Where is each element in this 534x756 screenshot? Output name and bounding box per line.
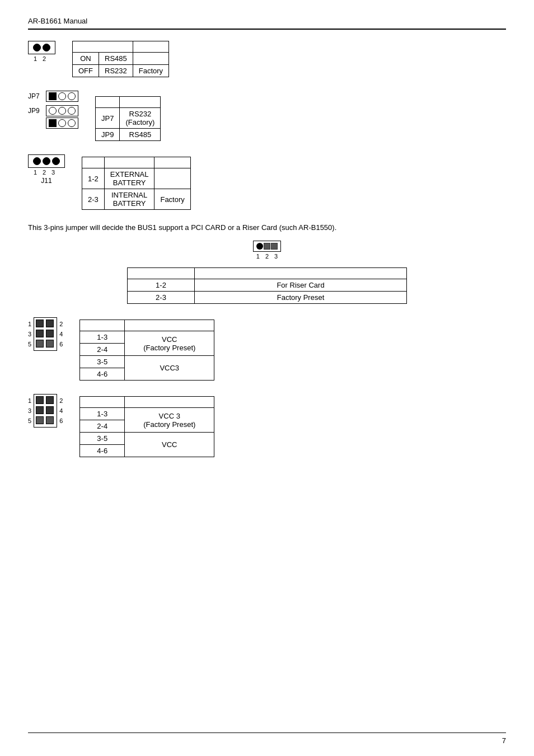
bus-pin-dot <box>256 243 263 250</box>
jp7-jp9-diagram: JP7 JP9 <box>28 91 78 129</box>
pin-filled-1 <box>33 44 41 51</box>
bus-table-center: 1-2 For Riser Card 2-3 Factory Preset <box>28 267 506 304</box>
j11-pin-labels: 1 2 3 <box>28 168 65 177</box>
battery-header <box>82 157 191 168</box>
table-row-off: OFF RS232 Factory <box>73 65 169 77</box>
vcc1-label-6: 6 <box>59 341 63 348</box>
internal-battery-row: 2-3 INTERNALBATTERY Factory <box>82 189 191 210</box>
section-bus: This 3-pins jumper will decide the BUS1 … <box>28 223 506 304</box>
rs485-on-extra <box>133 53 168 65</box>
vcc2-pin-3 <box>36 406 44 414</box>
vcc2-pin-6 <box>46 416 54 424</box>
vcc2-left-labels: 1 3 5 <box>28 397 31 424</box>
jp9-pin-b2 <box>58 119 66 127</box>
bus-pin-label-1: 1 <box>256 253 260 260</box>
bus-row-2-3: 2-3 Factory Preset <box>128 292 407 304</box>
vcc2-pin-5 <box>36 416 44 424</box>
vcc1-pin-5 <box>36 340 44 348</box>
jp9-pin-3 <box>68 107 76 115</box>
vcc1-header <box>80 320 214 331</box>
j11-pin-3 <box>52 157 60 165</box>
vcc2-right-labels: 2 4 6 <box>59 397 63 424</box>
vcc1-pins-1-3: 1-3 <box>80 331 125 344</box>
rs485-pin-labels: 1 2 <box>28 54 55 63</box>
ext-bat-factory <box>154 168 190 189</box>
bus-pins-1-2: 1-2 <box>128 279 195 292</box>
pin-filled-2 <box>43 44 50 51</box>
bus-pin-sq-2 <box>271 243 278 250</box>
section-vcc1: 1 3 5 2 4 6 <box>28 317 506 381</box>
jp7-row: JP7 <box>28 91 78 102</box>
header-title: AR-B1661 Manual <box>28 17 87 25</box>
vcc2-label-5: 5 <box>28 417 31 424</box>
jp9-pin-b1 <box>49 119 57 127</box>
jp7-label: JP7 <box>28 92 44 100</box>
vcc1-pin-2 <box>46 320 54 327</box>
section-vcc2: 1 3 5 2 4 6 <box>28 394 506 457</box>
vcc2-label-4: 4 <box>59 407 63 414</box>
vcc2-pin-2 <box>46 396 54 404</box>
bus-visual: 1 2 3 <box>253 241 281 260</box>
vcc1-label-5: 5 <box>28 341 31 348</box>
int-bat-pins: 2-3 <box>82 189 105 210</box>
jp7-value: RS232(Factory) <box>120 108 161 129</box>
table-header-row <box>96 97 161 108</box>
vcc2-label-1: 1 <box>28 397 31 404</box>
rs485-off-value: RS232 <box>99 65 133 77</box>
vcc2-label-2: 2 <box>59 397 63 404</box>
bus-row-1-2: 1-2 For Riser Card <box>128 279 407 292</box>
bus-table-header <box>128 268 407 279</box>
jp9-pin-2 <box>58 107 66 115</box>
int-bat-label: INTERNALBATTERY <box>104 189 154 210</box>
vcc1-label-2: 2 <box>59 321 63 327</box>
pin-label-1: 1 <box>31 55 39 62</box>
int-bat-factory: Factory <box>154 189 190 210</box>
j11-pin-2 <box>43 157 50 165</box>
vcc2-pins-2-4: 2-4 <box>80 420 125 433</box>
vcc1-pin-1 <box>36 320 44 327</box>
battery-table: 1-2 EXTERNALBATTERY 2-3 INTERNALBATTERY … <box>82 157 191 210</box>
jp7-pin-1 <box>49 92 57 100</box>
page-footer: 7 <box>28 732 506 745</box>
bus-pin-sq-1 <box>264 243 270 250</box>
bus-riser-card: For Riser Card <box>195 279 407 292</box>
vcc1-row-1: 1-3 VCC(Factory Preset) <box>80 331 214 344</box>
vcc1-label-3: 3 <box>28 331 31 337</box>
vcc1-row-3: 3-5 VCC3 <box>80 356 214 368</box>
vcc1-pins-3-5: 3-5 <box>80 356 125 368</box>
vcc1-value-1: VCC(Factory Preset) <box>125 331 214 356</box>
vcc1-pins-4-6: 4-6 <box>80 368 125 381</box>
section-j11: 1 2 3 J11 1-2 EXTERNALBATTERY <box>28 154 506 210</box>
j11-pins <box>28 154 65 168</box>
jp9-label: JP9 <box>28 107 44 115</box>
vcc1-left-labels: 1 3 5 <box>28 321 31 348</box>
rs485-factory: Factory <box>133 65 168 77</box>
pin-label-2: 2 <box>40 55 48 62</box>
vcc2-row-1: 1-3 VCC 3(Factory Preset) <box>80 408 214 420</box>
vcc2-row-3: 3-5 VCC <box>80 433 214 445</box>
rs485-table: ON RS485 OFF RS232 Factory <box>72 41 169 77</box>
vcc2-header <box>80 397 214 408</box>
jp9-table-row: JP9 RS485 <box>96 129 161 141</box>
rs485-on-label: ON <box>73 53 99 65</box>
jp9-pin-b3 <box>68 119 76 127</box>
vcc1-label-1: 1 <box>28 321 31 327</box>
vcc1-pin-3 <box>36 330 44 337</box>
bus-table: 1-2 For Riser Card 2-3 Factory Preset <box>127 267 407 304</box>
vcc1-table: 1-3 VCC(Factory Preset) 2-4 3-5 VCC3 4-6 <box>79 320 214 381</box>
jp9-value: RS485 <box>120 129 161 141</box>
vcc2-table: 1-3 VCC 3(Factory Preset) 2-4 3-5 VCC 4-… <box>79 396 214 457</box>
ext-bat-label: EXTERNALBATTERY <box>104 168 154 189</box>
bus-diagram-center: 1 2 3 <box>28 241 506 263</box>
vcc2-pins-3-5: 3-5 <box>80 433 125 445</box>
bus-pins-2-3: 2-3 <box>128 292 195 304</box>
jp9-row-bottom <box>28 118 78 129</box>
jp9-pin-1 <box>49 107 57 115</box>
jp7-cell: JP7 <box>96 108 120 129</box>
vcc2-value-1: VCC 3(Factory Preset) <box>125 408 214 433</box>
vcc2-connector-area: 1 3 5 2 4 6 <box>28 394 63 428</box>
vcc2-label-6: 6 <box>59 417 63 424</box>
bus-pin-label-3: 3 <box>274 253 278 260</box>
vcc2-pin-1 <box>36 396 44 404</box>
jp9-row-top: JP9 <box>28 105 78 116</box>
